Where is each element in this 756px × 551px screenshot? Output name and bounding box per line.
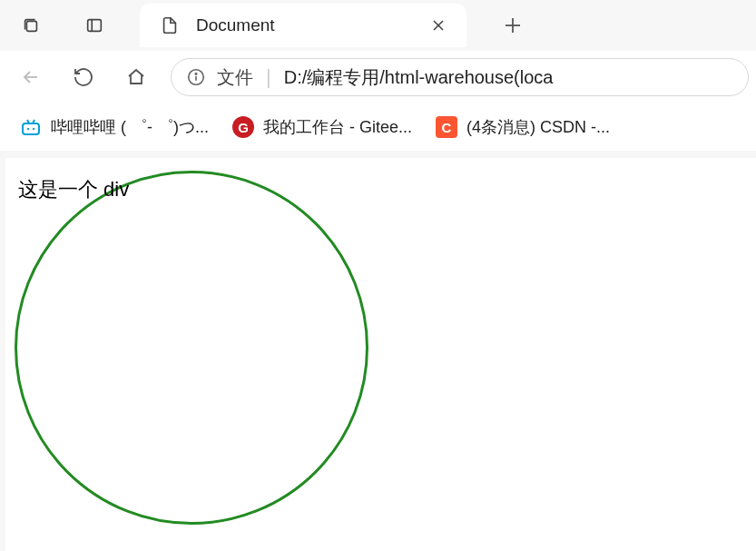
window-tab-strip: Document [0, 0, 756, 51]
page-viewport: 这是一个 div [5, 158, 756, 551]
arrow-left-icon [20, 66, 42, 88]
svg-rect-0 [26, 21, 36, 31]
close-icon [431, 18, 446, 33]
vertical-tabs-icon[interactable] [76, 7, 113, 44]
address-type-label: 文件 [217, 65, 253, 90]
site-info-icon[interactable] [186, 67, 206, 87]
svg-rect-10 [23, 123, 39, 134]
address-bar[interactable]: 文件 | D:/编程专用/html-warehouse(loca [171, 58, 749, 96]
csdn-icon: C [436, 116, 457, 138]
bookmark-gitee[interactable]: G 我的工作台 - Gitee... [232, 116, 412, 138]
refresh-button[interactable] [60, 57, 107, 97]
address-url: D:/编程专用/html-warehouse(loca [284, 65, 554, 90]
document-icon [160, 15, 180, 35]
bookmark-bilibili[interactable]: 哔哩哔哩 ( ゜- ゜)つ... [20, 116, 209, 138]
plus-icon [504, 16, 522, 34]
home-button[interactable] [113, 57, 160, 97]
browser-tab[interactable]: Document [140, 4, 466, 47]
bookmark-label: 哔哩哔哩 ( ゜- ゜)つ... [51, 116, 209, 138]
bilibili-icon [20, 116, 42, 138]
bookmark-label: 我的工作台 - Gitee... [263, 116, 412, 138]
gitee-icon: G [232, 116, 254, 138]
toolbar: 文件 | D:/编程专用/html-warehouse(loca [0, 51, 756, 103]
svg-rect-1 [88, 20, 102, 32]
home-icon [125, 66, 147, 88]
bookmarks-bar: 哔哩哔哩 ( ゜- ゜)つ... G 我的工作台 - Gitee... C (4… [0, 103, 756, 151]
refresh-icon [73, 66, 94, 88]
close-tab-button[interactable] [427, 14, 450, 37]
address-separator: | [266, 65, 271, 89]
bookmark-label: (4条消息) CSDN -... [466, 116, 610, 138]
back-button[interactable] [7, 57, 54, 97]
bookmark-csdn[interactable]: C (4条消息) CSDN -... [436, 116, 610, 138]
div-text: 这是一个 div [18, 176, 129, 203]
new-tab-button[interactable] [494, 6, 532, 44]
green-circle-div [15, 171, 368, 525]
tab-actions-icon[interactable] [13, 7, 49, 44]
tab-title: Document [196, 15, 427, 35]
svg-point-9 [195, 74, 196, 74]
